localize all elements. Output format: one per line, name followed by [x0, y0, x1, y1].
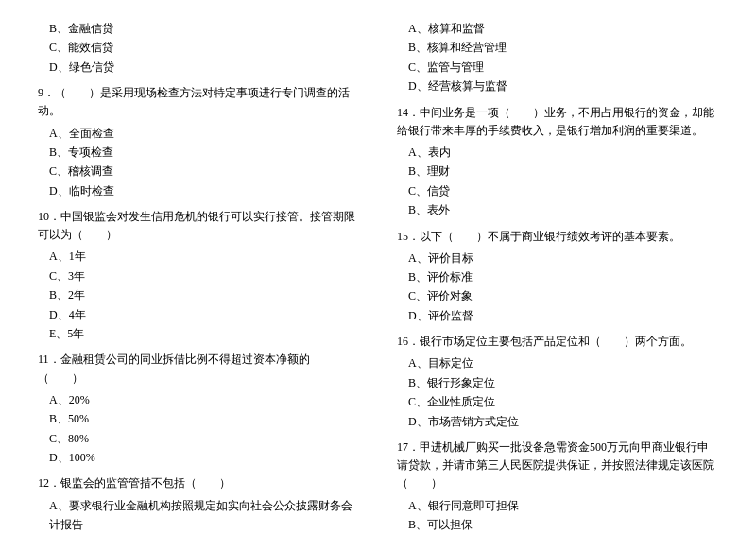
question-9-title: 9．（ ）是采用现场检查方法对特定事项进行专门调查的活动。: [38, 84, 359, 120]
option-9b: B、专项检查: [49, 143, 359, 162]
question-block-9: 9．（ ）是采用现场检查方法对特定事项进行专门调查的活动。 A、全面检查 B、专…: [38, 84, 359, 200]
option-11c: C、80%: [49, 429, 359, 448]
option-10a: A、1年: [49, 247, 359, 266]
question-block-16: 16．银行市场定位主要包括产品定位和（ ）两个方面。 A、目标定位 B、银行形象…: [397, 333, 718, 431]
right-column: A、核算和监督 B、核算和经营管理 C、监管与管理 D、经营核算与监督 14．中…: [378, 19, 718, 534]
option-14b: B、理财: [408, 162, 718, 181]
question-block-15: 15．以下（ ）不属于商业银行绩效考评的基本要素。 A、评价目标 B、评价标准 …: [397, 228, 718, 326]
option-10d: D、4年: [49, 305, 359, 324]
option-10b: B、2年: [49, 285, 359, 304]
question-17-title: 17．甲进机械厂购买一批设备急需资金500万元向甲商业银行申请贷款，并请市第三人…: [397, 439, 718, 493]
option-16b: B、银行形象定位: [408, 373, 718, 392]
question-16-title: 16．银行市场定位主要包括产品定位和（ ）两个方面。: [397, 333, 718, 351]
option-d-audit: D、经营核算与监督: [408, 77, 718, 95]
question-10-title: 10．中国银监会对发生信用危机的银行可以实行接管。接管期限可以为（ ）: [38, 208, 359, 244]
option-14d: B、表外: [408, 200, 718, 219]
option-16a: A、目标定位: [408, 353, 718, 372]
option-15b: B、评价标准: [408, 267, 718, 286]
option-11d: D、100%: [49, 448, 359, 467]
option-9c: C、稽核调查: [49, 162, 359, 181]
question-block-14: 14．中间业务是一项（ ）业务，不用占用银行的资金，却能给银行带来丰厚的手续费收…: [397, 104, 718, 220]
option-d-finance: D、绿色信贷: [49, 58, 359, 77]
option-9d: D、临时检查: [49, 181, 359, 200]
option-17b: B、可以担保: [408, 515, 718, 534]
option-10c: C、3年: [49, 267, 359, 285]
question-block-11: 11．金融租赁公司的同业拆借比例不得超过资本净额的 （ ） A、20% B、50…: [38, 351, 359, 467]
option-b-audit: B、核算和经营管理: [408, 38, 718, 57]
option-15a: A、评价目标: [408, 249, 718, 267]
option-11b: B、50%: [49, 409, 359, 428]
option-b-finance: B、金融信贷: [49, 19, 359, 38]
option-14a: A、表内: [408, 143, 718, 162]
option-16c: C、企业性质定位: [408, 392, 718, 411]
question-block-12: 12．银监会的监管管措不包括（ ） A、要求银行业金融机构按照规定如实向社会公众…: [38, 474, 359, 534]
option-17a: A、银行同意即可担保: [408, 496, 718, 515]
option-9a: A、全面检查: [49, 124, 359, 143]
left-column: B、金融信贷 C、能效信贷 D、绿色信贷 9．（ ）是采用现场检查方法对特定事项…: [38, 19, 378, 534]
question-15-title: 15．以下（ ）不属于商业银行绩效考评的基本要素。: [397, 228, 718, 246]
option-10e: E、5年: [49, 324, 359, 343]
two-column-layout: B、金融信贷 C、能效信贷 D、绿色信贷 9．（ ）是采用现场检查方法对特定事项…: [38, 19, 718, 534]
question-block-b-finance: B、金融信贷 C、能效信贷 D、绿色信贷: [38, 19, 359, 77]
option-12a: A、要求银行业金融机构按照规定如实向社会公众披露财务会计报告: [49, 496, 359, 534]
question-block-17: 17．甲进机械厂购买一批设备急需资金500万元向甲商业银行申请贷款，并请市第三人…: [397, 439, 718, 534]
question-14-title: 14．中间业务是一项（ ）业务，不用占用银行的资金，却能给银行带来丰厚的手续费收…: [397, 104, 718, 140]
option-15c: C、评价对象: [408, 286, 718, 305]
option-a-audit: A、核算和监督: [408, 19, 718, 38]
option-c-finance: C、能效信贷: [49, 38, 359, 57]
option-11a: A、20%: [49, 390, 359, 409]
question-block-a-audit: A、核算和监督 B、核算和经营管理 C、监管与管理 D、经营核算与监督: [397, 19, 718, 96]
option-15d: D、评价监督: [408, 306, 718, 325]
option-14c: C、信贷: [408, 181, 718, 200]
question-11-title: 11．金融租赁公司的同业拆借比例不得超过资本净额的 （ ）: [38, 351, 359, 387]
question-12-title: 12．银监会的监管管措不包括（ ）: [38, 474, 359, 492]
page-container: B、金融信贷 C、能效信贷 D、绿色信贷 9．（ ）是采用现场检查方法对特定事项…: [0, 0, 756, 534]
option-c-audit: C、监管与管理: [408, 58, 718, 77]
option-16d: D、市场营销方式定位: [408, 412, 718, 431]
question-block-10: 10．中国银监会对发生信用危机的银行可以实行接管。接管期限可以为（ ） A、1年…: [38, 208, 359, 343]
